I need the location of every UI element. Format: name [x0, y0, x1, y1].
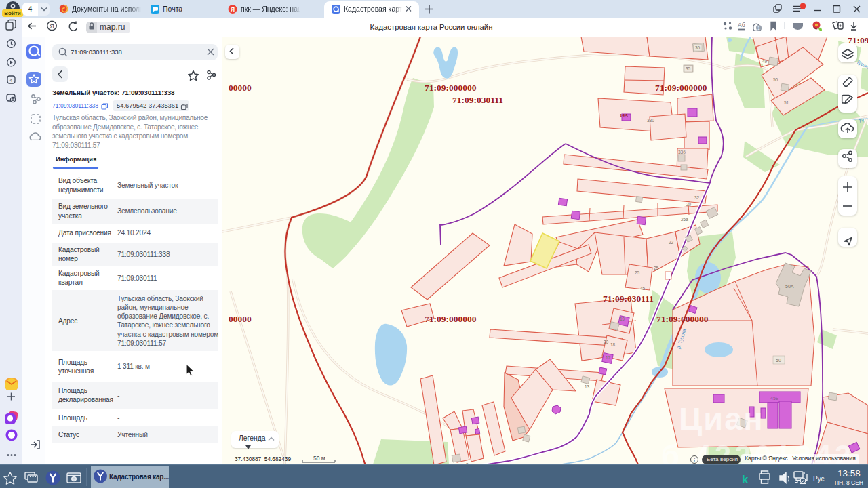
svg-text:71:09:000000: 71:09:000000	[656, 314, 709, 324]
svg-text:20: 20	[686, 202, 692, 207]
svg-text:20: 20	[604, 340, 609, 344]
svg-text:25: 25	[635, 270, 640, 275]
svg-text:330: 330	[647, 118, 654, 123]
svg-text:14А: 14А	[620, 113, 628, 118]
svg-text:35: 35	[686, 66, 691, 71]
svg-text:50: 50	[773, 77, 778, 82]
svg-text:25а: 25а	[681, 217, 688, 222]
svg-text:50А: 50А	[785, 284, 794, 289]
svg-text:22: 22	[669, 240, 674, 245]
svg-text:49: 49	[762, 59, 768, 64]
svg-text:18: 18	[610, 342, 616, 347]
svg-text:00000: 00000	[229, 314, 252, 324]
svg-text:33б: 33б	[678, 150, 686, 155]
svg-text:19: 19	[620, 317, 625, 321]
svg-text:71:09:000000: 71:09:000000	[655, 83, 707, 93]
svg-text:32: 32	[694, 195, 700, 200]
svg-text:71:09:000000: 71:09:000000	[425, 83, 477, 93]
svg-text:50: 50	[776, 358, 781, 363]
svg-text:17: 17	[606, 355, 611, 360]
svg-text:51: 51	[784, 100, 789, 105]
svg-text:00000: 00000	[229, 83, 252, 93]
svg-text:25: 25	[654, 266, 659, 270]
svg-text:71:09:000000: 71:09:000000	[425, 314, 477, 324]
svg-text:45Б: 45Б	[770, 396, 779, 401]
svg-text:13: 13	[585, 384, 590, 389]
svg-text:45: 45	[640, 286, 646, 291]
svg-text:36: 36	[695, 45, 701, 50]
svg-text:71:09:030111: 71:09:030111	[603, 293, 654, 304]
svg-text:71:09:030111: 71:09:030111	[452, 95, 503, 105]
